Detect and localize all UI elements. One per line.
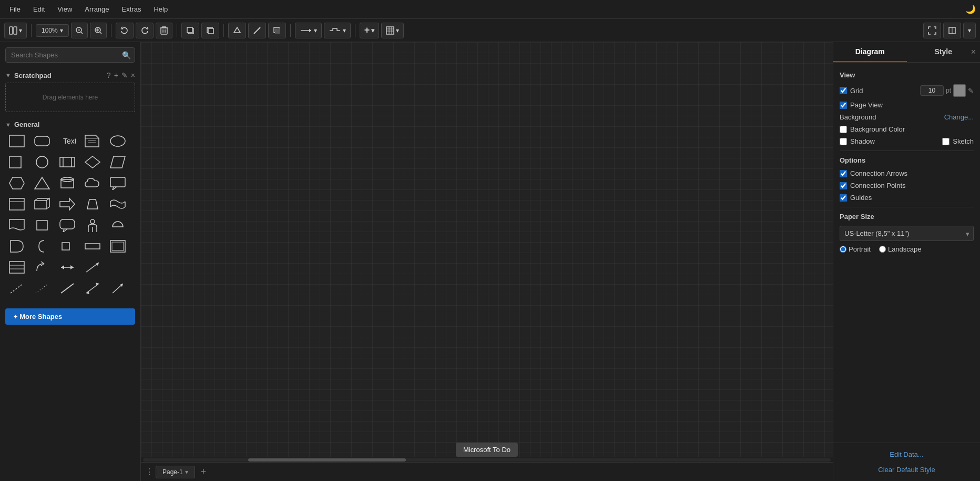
shape-small-square[interactable] [56,237,79,256]
shadow-checkbox[interactable] [840,138,847,145]
redo-btn[interactable] [136,23,154,38]
connection-style-btn[interactable]: ▾ [295,23,322,38]
page-view-checkbox-label[interactable]: Page View [840,101,883,109]
menu-edit[interactable]: Edit [28,3,50,15]
shape-half-circle[interactable] [106,216,129,235]
page-tab-add-btn[interactable]: + [197,466,210,478]
shape-container[interactable] [5,195,28,214]
shape-diagonal-arrow[interactable] [81,258,104,277]
portrait-radio-label[interactable]: Portrait [840,245,871,253]
tab-diagram[interactable]: Diagram [833,42,907,62]
guides-checkbox-label[interactable]: Guides [840,194,872,202]
insert-btn[interactable]: +▾ [360,23,380,38]
tab-style[interactable]: Style [907,42,981,62]
send-back-btn[interactable] [201,23,219,38]
grid-color-swatch[interactable] [953,84,966,97]
page-menu-btn[interactable]: ⋮ [145,467,154,477]
shape-callout[interactable] [106,174,129,193]
connection-points-checkbox-label[interactable]: Connection Points [840,182,906,189]
menu-extras[interactable]: Extras [117,3,147,15]
shape-curved-arrow[interactable] [30,258,54,277]
menu-file[interactable]: File [4,3,26,15]
background-change-btn[interactable]: Change... [944,113,974,121]
shape-list[interactable] [5,258,28,277]
scratchpad-add-btn[interactable]: + [114,71,118,79]
zoom-out-btn[interactable] [71,23,88,38]
shape-bracket[interactable] [30,237,54,256]
fill-color-btn[interactable] [228,23,246,38]
shape-process[interactable] [56,153,79,172]
horizontal-scrollbar[interactable] [141,457,833,462]
shape-trapezoid[interactable] [81,195,104,214]
fit-page-btn[interactable] [923,23,941,38]
line-color-btn[interactable] [248,23,266,38]
grid-edit-icon[interactable]: ✎ [968,87,974,95]
shape-parallelogram[interactable] [106,153,129,172]
menu-help[interactable]: Help [148,3,173,15]
shape-wave[interactable] [106,195,129,214]
grid-checkbox[interactable] [840,87,847,94]
connection-arrows-checkbox[interactable] [840,170,847,177]
shape-person[interactable] [81,216,104,235]
shape-ellipse[interactable] [106,132,129,151]
panel-close-btn[interactable]: × [971,47,976,57]
scratchpad-close-btn[interactable]: × [131,71,135,79]
scrollbar-thumb[interactable] [248,458,406,462]
sketch-checkbox[interactable] [942,138,950,145]
grid-size-input[interactable] [920,85,944,96]
shape-3d-box[interactable] [30,195,54,214]
connection-arrows-checkbox-label[interactable]: Connection Arrows [840,169,907,177]
menu-arrange[interactable]: Arrange [79,3,114,15]
table-btn[interactable]: ▾ [381,23,404,38]
shadow-checkbox-label[interactable]: Shadow [840,137,875,145]
search-input[interactable] [5,47,135,63]
shape-h-rect[interactable] [81,237,104,256]
sketch-checkbox-label[interactable]: Sketch [942,137,974,145]
shape-square-2[interactable] [5,153,28,172]
paper-size-select[interactable]: US-Letter (8,5" x 11") [840,226,974,241]
landscape-radio-label[interactable]: Landscape [879,245,922,253]
shape-circle[interactable] [30,153,54,172]
shape-note[interactable] [81,132,104,151]
shape-bidirectional-arrow[interactable] [81,279,104,298]
edit-data-btn[interactable]: Edit Data... [840,448,974,460]
shape-small-rect[interactable] [30,216,54,235]
shape-rounded-rect[interactable] [30,132,54,151]
bring-front-btn[interactable] [181,23,199,38]
zoom-in-btn[interactable] [90,23,107,38]
scratchpad-header[interactable]: ▼ Scratchpad ? + ✎ × [0,68,140,83]
background-color-checkbox[interactable] [840,126,847,133]
more-shapes-btn[interactable]: + More Shapes [5,308,135,325]
reset-view-btn[interactable] [943,23,961,38]
shadow-btn[interactable] [268,23,286,38]
page-tab-1[interactable]: Page-1 ▾ [156,466,195,478]
format-btn[interactable]: ▾ [963,23,976,38]
shape-cylinder[interactable] [56,174,79,193]
page-view-checkbox[interactable] [840,102,847,109]
shape-arrow-right[interactable] [56,195,79,214]
shape-hexagon[interactable] [5,174,28,193]
sidebar-toggle-btn[interactable]: ▾ [4,23,27,38]
delete-btn[interactable] [156,23,172,38]
connection-points-checkbox[interactable] [840,182,847,189]
general-section-header[interactable]: ▼ General [5,117,135,132]
landscape-radio[interactable] [879,246,886,253]
scratchpad-edit-btn[interactable]: ✎ [121,71,128,79]
menu-view[interactable]: View [52,3,77,15]
shape-document[interactable] [5,216,28,235]
portrait-radio[interactable] [840,246,846,253]
undo-btn[interactable] [116,23,134,38]
shape-speech-bubble[interactable] [56,216,79,235]
shape-double-arrow[interactable] [56,258,79,277]
grid-checkbox-label[interactable]: Grid [840,87,863,95]
shape-triangle[interactable] [30,174,54,193]
waypoint-style-btn[interactable]: ▾ [324,23,351,38]
background-color-checkbox-label[interactable]: Background Color [840,125,905,133]
dark-mode-icon[interactable]: 🌙 [965,4,976,14]
shape-dashed-diag[interactable] [5,279,28,298]
shape-line[interactable] [56,279,79,298]
shape-double-rect[interactable] [106,237,129,256]
scratchpad-help-btn[interactable]: ? [107,71,111,79]
guides-checkbox[interactable] [840,194,847,202]
clear-default-style-btn[interactable]: Clear Default Style [840,464,974,476]
